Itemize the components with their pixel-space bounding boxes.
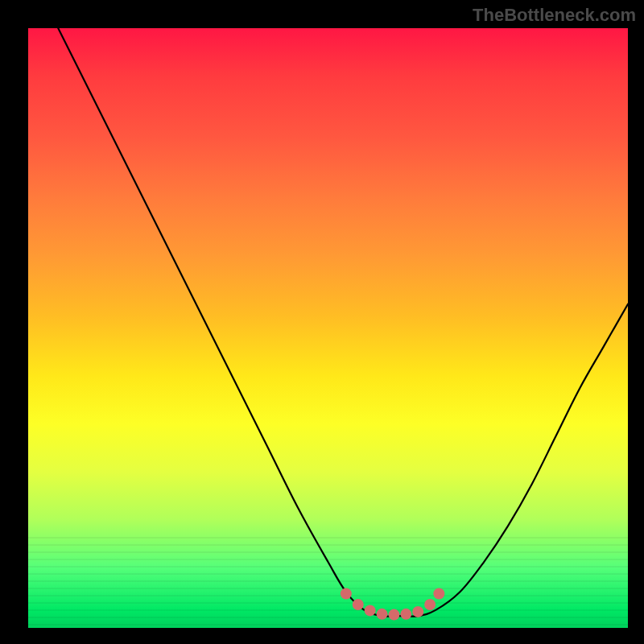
bottleneck-curve [58,28,628,617]
highlight-dot [388,609,399,621]
highlight-dot [365,605,376,616]
highlight-dot [412,606,423,617]
highlight-dot [377,609,388,620]
watermark-text: TheBottleneck.com [473,5,636,26]
highlight-dot [341,588,352,600]
highlight-dot [353,599,364,610]
highlight-dots [341,588,444,621]
highlight-dot [424,599,436,610]
curve-layer [28,28,628,628]
chart-frame: TheBottleneck.com [0,0,644,644]
highlight-dot [400,609,411,620]
highlight-dot [433,588,444,600]
plot-area [28,28,628,628]
